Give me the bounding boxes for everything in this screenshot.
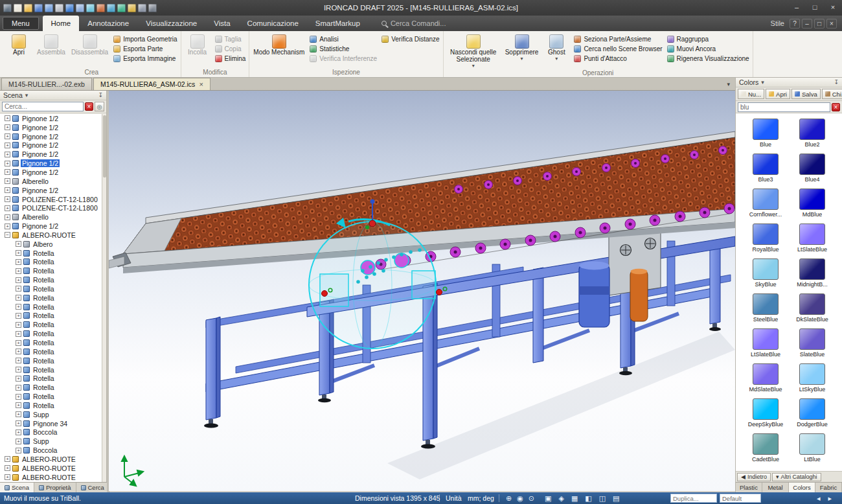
doc-tab-m145-rullier-02-exb[interactable]: M145-RULLIER...-02.exb (1, 78, 92, 90)
expand-icon[interactable]: + (16, 331, 21, 337)
tree-item[interactable]: +Albero (0, 240, 102, 249)
expand-icon[interactable]: + (16, 367, 21, 372)
button-apri[interactable]: Apri (766, 89, 790, 99)
window-icon[interactable]: ◫ (597, 494, 608, 503)
panel-tab-propriet[interactable]: Proprietà (34, 483, 76, 492)
maximize-button[interactable]: □ (806, 1, 824, 14)
swatch-dodgerblue[interactable]: DodgerBlue (790, 398, 834, 428)
swatch-blue[interactable]: Blue (744, 119, 788, 148)
save-icon[interactable] (34, 4, 43, 12)
clear-colors-search-icon[interactable]: × (832, 103, 840, 111)
tree-item[interactable]: +Rotella (0, 284, 102, 293)
button-muovi-ancora[interactable]: Muovi Ancora (666, 45, 751, 52)
expand-icon[interactable]: + (16, 448, 21, 453)
expand-icon[interactable]: + (5, 178, 10, 184)
colors-search-input[interactable] (738, 102, 830, 112)
button-altri-cataloghi[interactable]: ▾Altri Cataloghi (772, 473, 821, 481)
tab-vista[interactable]: Vista (205, 16, 238, 31)
next-icon[interactable]: ▸ (826, 494, 834, 503)
clear-search-icon[interactable]: × (85, 102, 93, 111)
expand-icon[interactable]: + (16, 286, 21, 292)
viewport-3d[interactable] (109, 91, 735, 491)
tree-scrollbar-thumb[interactable] (103, 115, 106, 178)
expand-icon[interactable]: + (16, 340, 21, 346)
swatch-skyblue[interactable]: SkyBlue (744, 258, 788, 288)
button-raggruppa[interactable]: Raggruppa (666, 36, 751, 43)
close-button[interactable]: × (824, 1, 842, 14)
units-value[interactable]: mm; deg (468, 492, 494, 504)
color-swatch[interactable] (799, 119, 825, 140)
tree-item[interactable]: +Rotella (0, 249, 102, 258)
tree-item[interactable]: +Boccola (0, 428, 102, 437)
tree-item[interactable]: +Rotella (0, 347, 102, 356)
redo-icon[interactable] (76, 4, 84, 12)
catalog-tab-fabric[interactable]: Fabric (815, 483, 842, 492)
button-nascondi-quelle-selezionate[interactable]: Nascondi quelle Selezionate▾ (446, 33, 501, 69)
chevron-down-icon[interactable]: ▾ (25, 92, 28, 98)
style-label[interactable]: Stile (771, 19, 784, 27)
color-swatch[interactable] (799, 258, 825, 280)
menu-button[interactable]: Menu (3, 17, 39, 30)
button-sopprimere[interactable]: Sopprimere▾ (503, 33, 541, 62)
print-icon[interactable] (55, 4, 63, 12)
tree-item[interactable]: +Rotella (0, 320, 102, 329)
expand-icon[interactable]: + (16, 304, 21, 310)
expand-icon[interactable]: + (5, 115, 10, 121)
tree-item[interactable]: +Supp (0, 410, 102, 419)
expand-icon[interactable]: + (16, 402, 21, 408)
pin-icon[interactable]: ↧ (834, 79, 839, 86)
tree-item[interactable]: +ALBERO-RUOTE (0, 464, 102, 473)
swatch-deepskyblue[interactable]: DeepSkyBlue (744, 398, 788, 428)
button-importa-geometria[interactable]: Importa Geometria (112, 36, 178, 43)
color-swatch[interactable] (753, 119, 779, 140)
color-swatch[interactable] (799, 293, 825, 315)
tree-item[interactable]: +Pignone 1/2 (0, 186, 102, 195)
expand-icon[interactable]: + (5, 196, 10, 202)
tree-item[interactable]: +POLIZENE-CT-12-L1800 (0, 203, 102, 212)
color-swatch[interactable] (799, 433, 825, 455)
color-swatch[interactable] (753, 328, 779, 350)
swatch-mdblue[interactable]: MdBlue (790, 189, 834, 218)
tab-annotazione[interactable]: Annotazione (79, 16, 137, 31)
help-icon[interactable]: ? (790, 19, 800, 29)
catalog-tab-colors[interactable]: Colors (789, 483, 815, 492)
expand-icon[interactable]: + (16, 313, 21, 319)
swatch-slateblue[interactable]: SlateBlue (790, 328, 834, 358)
tree-item[interactable]: +Rotella (0, 365, 102, 374)
color-swatch[interactable] (753, 154, 779, 175)
doc-minimize-icon[interactable]: – (802, 19, 812, 29)
shading-icon[interactable]: ◉ (515, 494, 525, 503)
color-swatch[interactable] (753, 223, 779, 245)
color-swatch[interactable] (753, 293, 779, 315)
tree-item[interactable]: +Boccola (0, 446, 102, 455)
tree-item[interactable]: +Supp (0, 437, 102, 446)
menu-grid-icon[interactable] (3, 4, 12, 12)
expand-icon[interactable]: + (5, 223, 10, 229)
cube-icon[interactable]: ▣ (543, 494, 553, 503)
tree-item[interactable]: +Pignone 1/2 (0, 150, 102, 159)
panel-tab-cerca[interactable]: Cerca (76, 483, 109, 492)
expand-icon[interactable]: + (16, 241, 21, 247)
tree-item[interactable]: +Pignone 1/2 (0, 132, 102, 141)
button-seziona-parte-assieme[interactable]: Seziona Parte/Assieme (573, 36, 663, 43)
expand-icon[interactable]: + (5, 124, 10, 130)
table-icon[interactable] (117, 4, 126, 12)
tree-item[interactable]: +Alberello (0, 212, 102, 222)
doc-restore-icon[interactable]: □ (814, 19, 825, 29)
button-apri[interactable]: Apri (5, 33, 33, 58)
prev-icon[interactable]: ◂ (815, 494, 823, 503)
expand-icon[interactable]: + (5, 465, 10, 471)
tree-item[interactable]: +Rotella (0, 303, 102, 312)
swatch-cadetblue[interactable]: CadetBlue (744, 433, 788, 463)
color-swatch[interactable] (753, 189, 779, 210)
tree-item[interactable]: +POLIZENE-CT-12-L1800 (0, 195, 102, 204)
expand-icon[interactable]: + (16, 322, 21, 328)
expand-icon[interactable]: + (16, 358, 21, 363)
status-field-2[interactable] (720, 494, 761, 503)
tree-item[interactable]: +Pignone 34 (0, 419, 102, 428)
expand-icon[interactable]: + (16, 394, 21, 400)
globe-icon[interactable]: ⊕ (504, 494, 514, 503)
swatch-blue3[interactable]: Blue3 (744, 154, 788, 183)
color-swatch[interactable] (753, 433, 779, 455)
button-verifica-distanze[interactable]: Verifica Distanze (380, 36, 440, 43)
